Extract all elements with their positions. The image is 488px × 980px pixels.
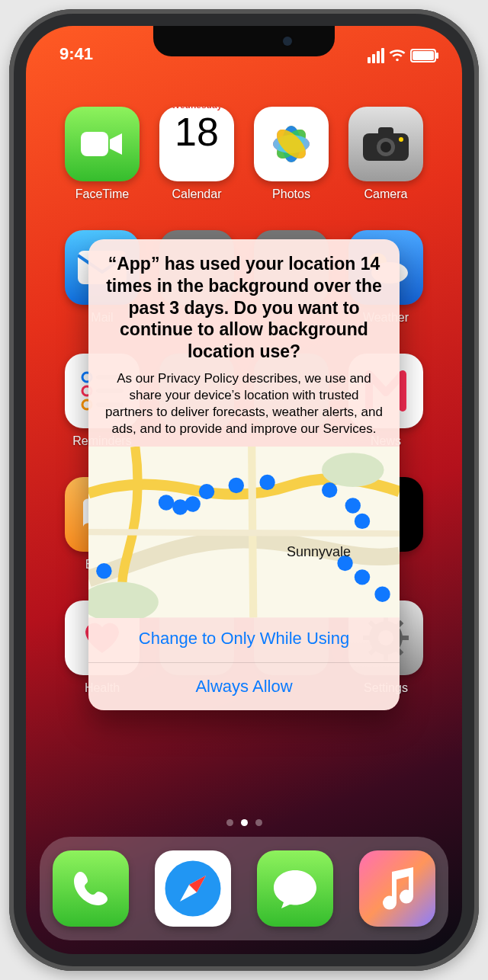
wifi-icon bbox=[389, 47, 406, 64]
svg-point-44 bbox=[199, 484, 214, 499]
status-time: 9:41 bbox=[59, 44, 93, 64]
svg-point-52 bbox=[374, 587, 390, 602]
location-permission-alert: “App” has used your location 14 times in… bbox=[88, 239, 400, 710]
svg-point-51 bbox=[355, 569, 370, 584]
svg-point-38 bbox=[322, 453, 384, 487]
svg-rect-28 bbox=[400, 636, 409, 640]
alert-button-group: Change to Only While Using Always Allow bbox=[88, 614, 400, 710]
safari-icon bbox=[160, 856, 226, 921]
phone-icon bbox=[71, 869, 111, 908]
alert-map-preview: Sunnyvale bbox=[88, 447, 400, 614]
svg-point-48 bbox=[345, 498, 361, 513]
device-notch bbox=[153, 26, 335, 56]
photos-icon bbox=[254, 107, 329, 181]
dock bbox=[40, 837, 448, 940]
page-dot-0 bbox=[226, 819, 233, 826]
dock-app-messages[interactable] bbox=[257, 850, 333, 927]
calendar-icon: Wednesday 18 bbox=[159, 107, 234, 181]
map-place-label: Sunnyvale bbox=[287, 544, 351, 560]
svg-point-49 bbox=[355, 514, 370, 529]
app-calendar[interactable]: Wednesday 18 Calendar bbox=[159, 107, 235, 201]
app-photos[interactable]: Photos bbox=[253, 107, 329, 201]
map-svg bbox=[88, 447, 400, 617]
dock-app-safari[interactable] bbox=[155, 850, 231, 927]
svg-rect-10 bbox=[378, 127, 393, 136]
dock-app-music[interactable] bbox=[359, 850, 435, 927]
page-indicator[interactable] bbox=[26, 819, 462, 826]
facetime-icon bbox=[65, 107, 140, 181]
page-dot-2 bbox=[255, 819, 262, 826]
alert-title: “App” has used your location 14 times in… bbox=[104, 253, 384, 363]
messages-icon bbox=[271, 867, 319, 910]
svg-point-47 bbox=[322, 482, 337, 498]
app-facetime[interactable]: FaceTime bbox=[64, 107, 140, 201]
iphone-frame: 9:41 FaceTime Wednesday 18 Calendar bbox=[9, 9, 479, 971]
always-allow-button[interactable]: Always Allow bbox=[88, 662, 400, 710]
svg-point-40 bbox=[96, 563, 111, 578]
cellular-icon bbox=[368, 48, 384, 63]
app-camera[interactable]: Camera bbox=[348, 107, 424, 201]
svg-point-46 bbox=[259, 475, 274, 490]
dock-app-phone[interactable] bbox=[53, 850, 129, 927]
status-icons bbox=[368, 47, 436, 64]
battery-icon bbox=[410, 49, 436, 62]
svg-point-12 bbox=[380, 142, 391, 152]
change-to-while-using-button[interactable]: Change to Only While Using bbox=[88, 614, 400, 662]
svg-point-43 bbox=[185, 496, 200, 511]
svg-point-45 bbox=[229, 478, 244, 493]
music-icon bbox=[378, 867, 416, 910]
alert-subtitle: As our Privacy Policy describes, we use … bbox=[104, 370, 384, 437]
svg-point-13 bbox=[399, 137, 403, 142]
page-dot-1 bbox=[241, 819, 248, 826]
svg-rect-0 bbox=[81, 132, 108, 156]
svg-point-41 bbox=[159, 495, 174, 510]
screen: 9:41 FaceTime Wednesday 18 Calendar bbox=[26, 26, 462, 954]
camera-icon bbox=[348, 107, 423, 181]
